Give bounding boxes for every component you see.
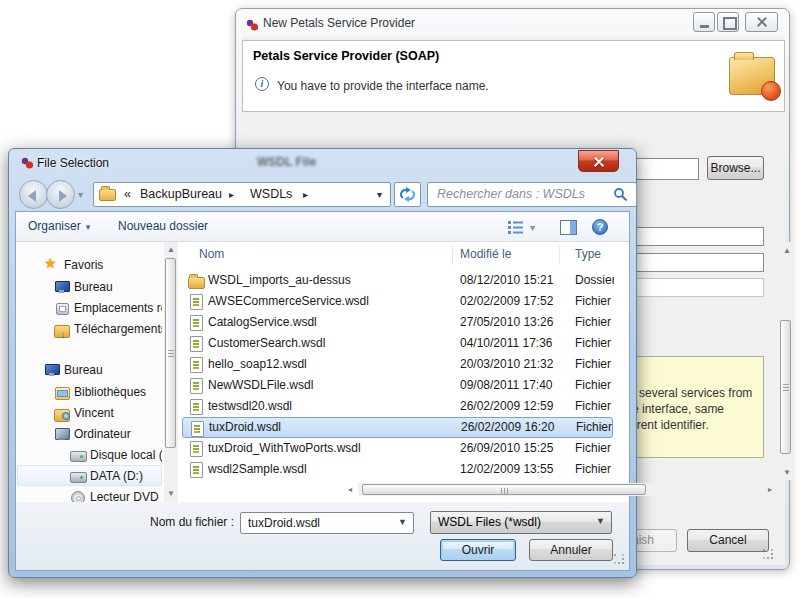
new-folder-button[interactable]: Nouveau dossier xyxy=(118,219,208,233)
filetype-value[interactable]: WSDL Files (*wsdl) xyxy=(438,515,541,529)
chevron-down-icon[interactable]: ▼ xyxy=(398,517,407,527)
scroll-down-icon[interactable]: ▼ xyxy=(167,489,175,499)
breadcrumb-overflow[interactable]: « xyxy=(124,183,131,206)
file-row-testwsdl20.wsdl[interactable]: testwsdl20.wsdl26/02/2009 12:59Fichier xyxy=(182,396,613,417)
occluded-wsdl-file-label: WSDL File xyxy=(257,155,316,169)
sidebar-scrollbar[interactable]: ▲ ▼ xyxy=(164,242,178,502)
recent-pages-chevron-icon[interactable] xyxy=(78,187,83,201)
cancel-button[interactable]: Cancel xyxy=(687,529,769,552)
sidebar-item-disque-local-c[interactable]: Disque local (C xyxy=(16,445,162,465)
breadcrumb-chevron-icon[interactable] xyxy=(222,183,241,206)
horizontal-scrollbar-thumb[interactable] xyxy=(362,484,646,495)
browse-button[interactable]: Browse... xyxy=(707,156,764,180)
vertical-scrollbar[interactable]: ▲ ▼ xyxy=(779,242,793,480)
column-separator xyxy=(559,245,560,265)
sidebar-item-bureau[interactable]: Bureau xyxy=(16,360,162,380)
maximize-button[interactable] xyxy=(717,12,739,32)
sidebar-item-label: Bureau xyxy=(74,277,113,297)
wsdl-file-icon xyxy=(188,398,204,414)
file-row-CustomerSearch.wsdl[interactable]: CustomerSearch.wsdl04/10/2011 17:36Fichi… xyxy=(182,333,613,354)
sidebar-item-vincent[interactable]: Vincent xyxy=(16,403,162,423)
scroll-up-icon[interactable]: ▲ xyxy=(167,245,175,255)
dvd-drive-icon xyxy=(70,489,86,502)
back-button[interactable] xyxy=(19,180,48,209)
sidebar-item-data-d-[interactable]: DATA (D:) xyxy=(16,466,162,486)
breadcrumb-dropdown-icon[interactable] xyxy=(377,183,382,206)
file-row-tuxDroid.wsdl[interactable]: tuxDroid.wsdl26/02/2009 16:20Fichier xyxy=(182,417,613,438)
file-row-WSDL_imports_au-dessus[interactable]: WSDL_imports_au-dessus08/12/2010 15:21Do… xyxy=(182,270,613,291)
column-header-type[interactable]: Type xyxy=(575,247,601,261)
open-button[interactable]: Ouvrir xyxy=(440,539,516,561)
horizontal-scrollbar[interactable] xyxy=(358,483,762,496)
sidebar-item-bureau[interactable]: Bureau xyxy=(16,277,162,297)
search-placeholder: Rechercher dans : WSDLs xyxy=(437,187,585,201)
close-button[interactable] xyxy=(745,12,778,32)
file-row-AWSECommerceService.wsdl[interactable]: AWSECommerceService.wsdl02/02/2009 17:52… xyxy=(182,291,613,312)
file-modified-date: 26/02/2009 16:20 xyxy=(461,418,554,436)
resize-grip-icon[interactable] xyxy=(763,549,774,560)
file-row-tuxDroid_WithTwoPorts.wsdl[interactable]: tuxDroid_WithTwoPorts.wsdl26/09/2010 15:… xyxy=(182,438,613,459)
search-input[interactable]: Rechercher dans : WSDLs xyxy=(427,182,637,207)
scroll-right-icon[interactable]: ▸ xyxy=(768,485,772,495)
preview-pane-icon[interactable] xyxy=(560,220,577,235)
sidebar-item-label: Emplacements ré xyxy=(74,298,162,318)
sidebar-item-lecteur-dvd-rw[interactable]: Lecteur DVD RW xyxy=(16,487,162,502)
wsdl-file-icon xyxy=(188,335,204,351)
filename-combobox[interactable]: tuxDroid.wsdl ▼ xyxy=(240,512,414,534)
sidebar-scrollbar-thumb[interactable] xyxy=(165,258,176,448)
recent-places-icon xyxy=(54,300,70,316)
note-line: erent identifier. xyxy=(630,418,709,432)
chevron-down-icon[interactable]: ▼ xyxy=(596,516,605,526)
breadcrumb-chevron-icon[interactable] xyxy=(296,183,315,206)
close-button[interactable] xyxy=(578,150,619,172)
petals-app-icon xyxy=(20,156,36,172)
scroll-left-icon[interactable]: ◂ xyxy=(348,485,352,495)
wizard-titlebar[interactable]: New Petals Service Provider xyxy=(236,9,789,39)
help-icon[interactable]: ? xyxy=(592,219,608,235)
file-type: Fichier xyxy=(575,438,614,458)
breadcrumb[interactable]: « BackupBureau WSDLs xyxy=(93,182,391,207)
file-row-hello_soap12.wsdl[interactable]: hello_soap12.wsdl20/03/2010 21:32Fichier xyxy=(182,354,613,375)
filename-value[interactable]: tuxDroid.wsdl xyxy=(248,516,320,530)
scroll-down-icon[interactable]: ▼ xyxy=(783,468,791,478)
column-header-modified[interactable]: Modifié le xyxy=(460,247,511,261)
dialog-title: File Selection xyxy=(37,156,109,170)
file-type: Fichier xyxy=(575,396,614,416)
vertical-scrollbar-thumb[interactable] xyxy=(780,320,791,454)
note-line: several services from xyxy=(639,386,752,400)
sidebar-item-label: Favoris xyxy=(64,255,103,275)
sidebar-item-biblioth-ques[interactable]: Bibliothèques xyxy=(16,382,162,402)
sidebar-item-emplacements-r-[interactable]: Emplacements ré xyxy=(16,298,162,318)
file-row-wsdl2Sample.wsdl[interactable]: wsdl2Sample.wsdl12/02/2009 13:55Fichier xyxy=(182,459,613,480)
forward-button[interactable] xyxy=(46,180,75,209)
breadcrumb-item[interactable]: BackupBureau xyxy=(140,183,222,206)
sidebar-item-t-l-chargements[interactable]: Téléchargements xyxy=(16,319,162,339)
views-dropdown-icon[interactable] xyxy=(530,220,535,234)
sidebar-item-favoris[interactable]: ★Favoris xyxy=(16,255,162,275)
file-row-NewWSDLFile.wsdl[interactable]: NewWSDLFile.wsdl09/08/2011 17:40Fichier xyxy=(182,375,613,396)
sidebar-item-label: Téléchargements xyxy=(74,319,162,339)
resize-grip-icon[interactable] xyxy=(614,554,625,565)
sidebar-item-ordinateur[interactable]: Ordinateur xyxy=(16,424,162,444)
explorer-main: ★FavorisBureauEmplacements réTéléchargem… xyxy=(16,242,629,502)
breadcrumb-item[interactable]: WSDLs xyxy=(250,183,292,206)
file-name: CatalogService.wsdl xyxy=(208,312,317,332)
filetype-combobox[interactable]: WSDL Files (*wsdl) ▼ xyxy=(430,511,612,534)
sidebar-item-label: Disque local (C xyxy=(90,445,162,465)
search-icon[interactable] xyxy=(613,187,629,203)
user-folder-icon xyxy=(54,405,70,421)
hdd-icon xyxy=(70,447,86,463)
back-arrow-icon xyxy=(28,190,36,202)
hdd-icon xyxy=(70,468,86,484)
minimize-button[interactable] xyxy=(693,12,715,32)
refresh-button[interactable] xyxy=(394,182,421,207)
cancel-button[interactable]: Annuler xyxy=(529,539,613,561)
column-header-name[interactable]: Nom xyxy=(199,247,224,261)
wsdl-file-icon xyxy=(188,356,204,372)
views-icon[interactable] xyxy=(507,220,525,235)
organize-menu-button[interactable]: Organiser xyxy=(28,219,90,233)
file-type: Dossier xyxy=(575,270,614,290)
file-row-CatalogService.wsdl[interactable]: CatalogService.wsdl27/05/2010 13:26Fichi… xyxy=(182,312,613,333)
file-name: wsdl2Sample.wsdl xyxy=(208,459,307,479)
scroll-up-icon[interactable]: ▲ xyxy=(783,246,791,256)
